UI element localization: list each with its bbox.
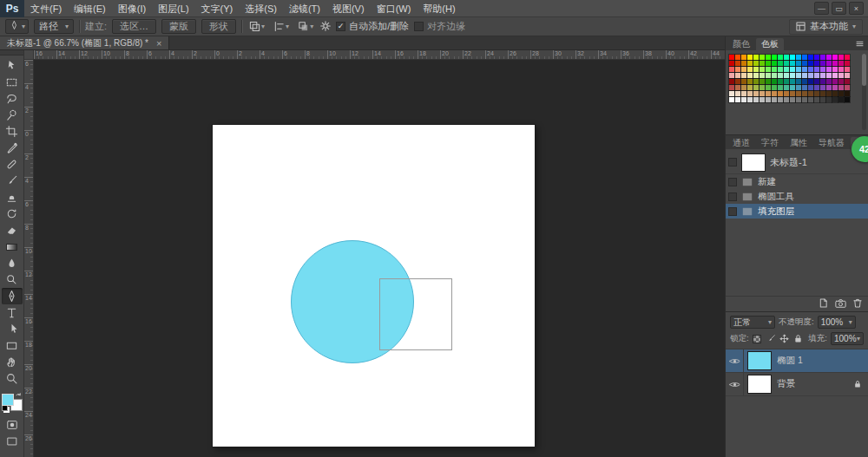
make-selection-button[interactable]: 选区… (112, 19, 156, 34)
menu-item[interactable]: 文字(Y) (195, 0, 240, 17)
color-swatch[interactable] (845, 85, 850, 90)
color-swatch[interactable] (808, 79, 813, 84)
color-swatch[interactable] (753, 67, 759, 72)
color-swatch[interactable] (820, 85, 825, 90)
color-swatch[interactable] (820, 67, 825, 72)
color-swatch[interactable] (784, 79, 789, 84)
history-brush-source[interactable] (728, 193, 737, 201)
color-swatch[interactable] (747, 61, 753, 66)
color-swatch[interactable] (729, 79, 734, 84)
lasso-tool[interactable] (2, 90, 23, 107)
color-swatch[interactable] (778, 79, 783, 84)
color-swatch[interactable] (832, 73, 838, 78)
panel-menu-icon[interactable] (856, 38, 866, 50)
color-swatch[interactable] (741, 85, 746, 90)
color-swatch[interactable] (814, 55, 819, 60)
menu-item[interactable]: 选择(S) (239, 0, 283, 17)
color-swatch[interactable] (778, 67, 783, 72)
color-swatch[interactable] (747, 79, 753, 84)
brush-tool[interactable] (2, 173, 23, 189)
zoom-tool[interactable] (2, 370, 23, 387)
color-swatch[interactable] (760, 97, 765, 102)
default-colors-icon[interactable] (2, 405, 8, 411)
history-snapshot[interactable]: 未标题-1 (726, 151, 868, 174)
ruler-origin-box[interactable] (24, 50, 34, 60)
close-button[interactable]: × (849, 2, 864, 15)
color-swatch[interactable] (735, 55, 740, 60)
color-swatch[interactable] (832, 91, 838, 96)
lock-transparency-icon[interactable] (753, 333, 763, 344)
color-swatch[interactable] (814, 85, 819, 90)
color-swatch[interactable] (826, 73, 832, 78)
color-swatch[interactable] (778, 61, 783, 66)
blur-tool[interactable] (2, 255, 23, 271)
history-state[interactable]: 椭圆工具 (726, 189, 868, 204)
color-swatch[interactable] (796, 79, 801, 84)
gear-icon[interactable] (320, 21, 331, 33)
rectangle-path[interactable] (379, 278, 452, 350)
color-swatch[interactable] (760, 85, 765, 90)
color-swatch[interactable] (784, 73, 789, 78)
color-swatch[interactable] (820, 79, 825, 84)
color-swatch[interactable] (832, 79, 838, 84)
lock-position-icon[interactable] (779, 333, 790, 344)
color-swatch[interactable] (796, 55, 801, 60)
path-selection-tool[interactable] (2, 321, 23, 337)
color-swatch[interactable] (790, 55, 795, 60)
color-swatch[interactable] (729, 85, 734, 90)
color-swatch[interactable] (838, 85, 844, 90)
menu-item[interactable]: 帮助(H) (417, 0, 461, 17)
color-swatch[interactable] (772, 61, 777, 66)
color-swatch[interactable] (814, 97, 819, 102)
maximize-button[interactable]: ▭ (832, 2, 846, 15)
color-swatch[interactable] (784, 97, 789, 102)
eraser-tool[interactable] (2, 222, 23, 238)
menu-item[interactable]: 编辑(E) (68, 0, 112, 17)
color-swatch[interactable] (729, 61, 734, 66)
color-swatch[interactable] (826, 91, 832, 96)
color-swatch[interactable] (845, 67, 850, 72)
color-swatch[interactable] (784, 67, 789, 72)
color-swatch[interactable] (753, 97, 759, 102)
quick-mask-button[interactable] (2, 416, 23, 433)
color-swatch[interactable] (784, 61, 789, 66)
color-swatch[interactable] (747, 73, 753, 78)
color-swatch[interactable] (760, 61, 765, 66)
color-swatch[interactable] (784, 85, 789, 90)
color-swatch[interactable] (802, 97, 807, 102)
dodge-tool[interactable] (2, 271, 23, 288)
color-swatch[interactable] (729, 55, 734, 60)
color-swatch[interactable] (766, 91, 771, 96)
delete-state-icon[interactable] (853, 298, 862, 310)
horizontal-type-tool[interactable] (2, 304, 23, 321)
make-shape-button[interactable]: 形状 (201, 19, 236, 34)
visibility-toggle[interactable] (726, 349, 744, 372)
color-swatch[interactable] (790, 85, 795, 90)
auto-add-delete-checkbox[interactable]: ✓ 自动添加/删除 (336, 20, 409, 33)
color-swatch[interactable] (772, 67, 777, 72)
color-swatch[interactable] (838, 73, 844, 78)
color-swatch[interactable] (741, 73, 746, 78)
color-swatch[interactable] (826, 61, 832, 66)
tool-mode-select[interactable]: 路径 ▾ (34, 19, 74, 34)
color-swatch[interactable] (820, 61, 825, 66)
color-swatch[interactable] (845, 97, 850, 102)
color-swatch[interactable] (729, 67, 734, 72)
color-swatch[interactable] (826, 85, 832, 90)
color-swatch[interactable] (772, 79, 777, 84)
color-swatch[interactable] (741, 91, 746, 96)
lock-all-icon[interactable] (793, 333, 804, 344)
blend-mode-select[interactable]: 正常 ▾ (730, 316, 775, 329)
color-swatch[interactable] (766, 55, 771, 60)
color-swatch[interactable] (838, 91, 844, 96)
color-swatch[interactable] (747, 91, 753, 96)
swatches-scrollbar[interactable] (862, 54, 866, 130)
color-swatch[interactable] (784, 91, 789, 96)
color-swatch[interactable] (729, 73, 734, 78)
workspace-switcher-button[interactable]: 基本功能 ▾ (789, 19, 863, 35)
color-swatch[interactable] (760, 55, 765, 60)
color-swatch[interactable] (790, 73, 795, 78)
color-swatch[interactable] (820, 55, 825, 60)
color-swatch[interactable] (838, 61, 844, 66)
color-swatch[interactable] (832, 55, 838, 60)
